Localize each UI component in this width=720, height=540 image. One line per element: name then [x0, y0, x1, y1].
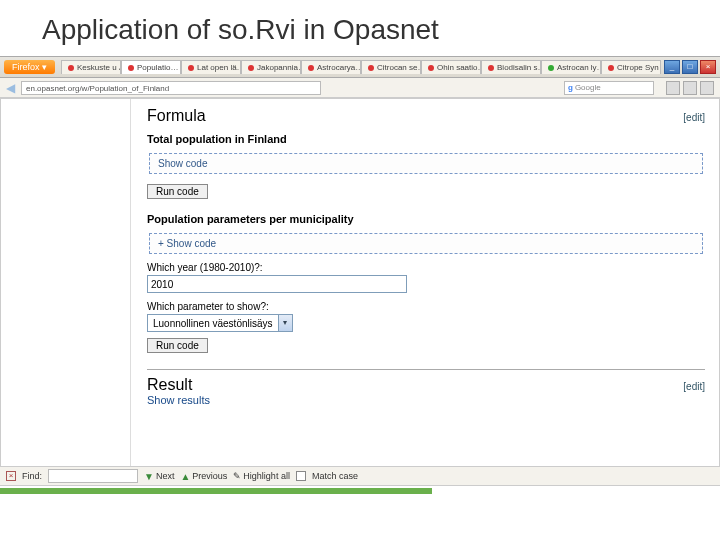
highlight-all-button[interactable]: ✎ Highlight all	[233, 471, 290, 481]
subhead-total-population: Total population in Finland	[147, 133, 705, 145]
highlight-icon: ✎	[233, 471, 241, 481]
arrow-down-icon: ▼	[144, 471, 154, 482]
formula-heading: Formula	[147, 107, 206, 125]
browser-tab-4[interactable]: Astrocarya…	[301, 60, 361, 74]
favicon-icon	[188, 65, 194, 71]
parameter-select-value: Luonnollinen väestönlisäys	[148, 318, 278, 329]
show-code-box-1[interactable]: Show code	[149, 153, 703, 174]
tab-label: Astrocarya…	[317, 63, 361, 72]
match-case-label: Match case	[312, 471, 358, 481]
tab-label: Astrocan ly…	[557, 63, 601, 72]
search-box[interactable]: g Google	[564, 81, 654, 95]
maximize-button[interactable]: □	[682, 60, 698, 74]
find-input[interactable]	[48, 469, 138, 483]
tab-label: Keskuste u J…	[77, 63, 121, 72]
show-results-link[interactable]: Show results	[147, 394, 705, 406]
browser-tab-2[interactable]: Lat open lä…	[181, 60, 241, 74]
parameter-select[interactable]: Luonnollinen väestönlisäys ▾	[147, 314, 293, 332]
slide-title: Application of so.Rvi in Opasnet	[0, 0, 720, 56]
tab-label: Biodisalin s…	[497, 63, 541, 72]
favicon-icon	[68, 65, 74, 71]
edit-link-formula[interactable]: [edit]	[683, 112, 705, 123]
favicon-icon	[428, 65, 434, 71]
left-sidebar	[1, 99, 131, 477]
find-next-button[interactable]: ▼Next	[144, 471, 174, 482]
run-code-button-1[interactable]: Run code	[147, 184, 208, 199]
close-button[interactable]: ×	[700, 60, 716, 74]
parameter-label: Which parameter to show?:	[147, 301, 705, 312]
match-case-checkbox[interactable]	[296, 471, 306, 481]
favicon-icon	[308, 65, 314, 71]
browser-tab-1[interactable]: Populatio…	[121, 60, 181, 74]
find-close-icon[interactable]: ×	[6, 471, 16, 481]
address-bar: ◀ en.opasnet.org/w/Population_of_Finland…	[0, 78, 720, 98]
back-icon[interactable]: ◀	[6, 81, 15, 95]
search-placeholder: Google	[575, 81, 601, 95]
feed-icon[interactable]	[683, 81, 697, 95]
run-code-button-2[interactable]: Run code	[147, 338, 208, 353]
year-input[interactable]	[147, 275, 407, 293]
favicon-icon	[128, 65, 134, 71]
browser-tab-8[interactable]: Astrocan ly…	[541, 60, 601, 74]
year-label: Which year (1980-2010)?:	[147, 262, 705, 273]
tab-strip: Keskuste u J…Populatio…Lat open lä…Jakop…	[61, 60, 661, 74]
tab-label: Lat open lä…	[197, 63, 241, 72]
browser-tab-0[interactable]: Keskuste u J…	[61, 60, 121, 74]
bottom-whitespace	[0, 494, 720, 540]
home-icon[interactable]	[666, 81, 680, 95]
tab-label: Populatio…	[137, 63, 178, 72]
firefox-menu-button[interactable]: Firefox ▾	[4, 60, 55, 74]
google-icon: g	[568, 81, 573, 95]
tool-icon[interactable]	[700, 81, 714, 95]
favicon-icon	[548, 65, 554, 71]
url-field[interactable]: en.opasnet.org/w/Population_of_Finland	[21, 81, 321, 95]
favicon-icon	[368, 65, 374, 71]
browser-tab-7[interactable]: Biodisalin s…	[481, 60, 541, 74]
favicon-icon	[608, 65, 614, 71]
result-heading: Result	[147, 376, 192, 394]
tab-label: Citrope Syn	[617, 63, 659, 72]
minimize-button[interactable]: _	[664, 60, 680, 74]
subhead-population-params: Population parameters per municipality	[147, 213, 705, 225]
chevron-down-icon: ▾	[278, 315, 292, 331]
find-label: Find:	[22, 471, 42, 481]
show-code-box-2[interactable]: + Show code	[149, 233, 703, 254]
find-previous-button[interactable]: ▲Previous	[180, 471, 227, 482]
content-area: Formula [edit] Total population in Finla…	[0, 98, 720, 478]
favicon-icon	[488, 65, 494, 71]
tab-label: Jakopannia…	[257, 63, 301, 72]
tab-label: Citrocan se…	[377, 63, 421, 72]
window-controls: _ □ ×	[664, 60, 716, 74]
find-bar: × Find: ▼Next ▲Previous ✎ Highlight all …	[0, 466, 720, 486]
browser-tab-5[interactable]: Citrocan se…	[361, 60, 421, 74]
browser-tab-6[interactable]: Ohin saatio…	[421, 60, 481, 74]
tab-bar: Firefox ▾ Keskuste u J…Populatio…Lat ope…	[0, 56, 720, 78]
divider	[147, 369, 705, 370]
arrow-up-icon: ▲	[180, 471, 190, 482]
edit-link-result[interactable]: [edit]	[683, 381, 705, 392]
tab-label: Ohin saatio…	[437, 63, 481, 72]
browser-tab-3[interactable]: Jakopannia…	[241, 60, 301, 74]
wiki-page: Formula [edit] Total population in Finla…	[131, 99, 719, 477]
browser-tab-9[interactable]: Citrope Syn	[601, 60, 661, 74]
favicon-icon	[248, 65, 254, 71]
